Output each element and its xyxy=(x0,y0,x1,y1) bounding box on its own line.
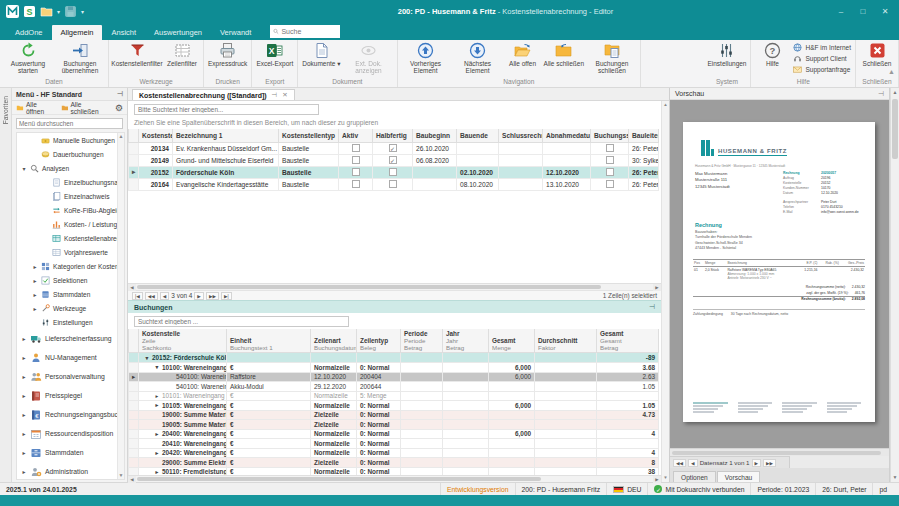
sidebar-item-dauerbuchungen[interactable]: Dauerbuchungen xyxy=(17,147,124,161)
first-record-icon[interactable]: ◀◀ xyxy=(673,459,686,467)
sidebar-item-selektionen[interactable]: ▸Selektionen xyxy=(17,273,124,287)
pin-icon[interactable]: ⊣ xyxy=(878,90,884,98)
checkbox-icon[interactable] xyxy=(606,168,614,176)
column-header-bauende[interactable]: Bauende xyxy=(457,129,499,142)
minimize-icon[interactable]: – xyxy=(831,3,851,19)
ribbon-button-schlie-en[interactable]: Schließen xyxy=(858,41,896,68)
checkbox-icon[interactable] xyxy=(389,168,397,176)
column-header-durchschnitt[interactable]: DurchschnittFaktor xyxy=(535,329,597,353)
checkbox-cell[interactable]: ✓ xyxy=(373,154,413,166)
buchungen-row[interactable]: ▸10105: Wareneingang - N...€Normalzeile0… xyxy=(129,401,659,411)
tab-vorschau[interactable]: Vorschau xyxy=(717,471,761,482)
chevron-right-icon[interactable]: ▸ xyxy=(154,393,160,399)
app-logo-icon[interactable] xyxy=(6,5,19,18)
vertical-scrollbar[interactable]: ▲▼ xyxy=(661,101,669,482)
ribbon-search-input[interactable] xyxy=(281,28,337,35)
sidebar-item-kategorien-der-kostenstellen[interactable]: ▸Kategorien der Kostenstellen xyxy=(17,259,124,273)
checkbox-icon[interactable] xyxy=(352,168,360,176)
ribbon-button-nächstes-element[interactable]: Nächstes Element xyxy=(452,41,504,76)
new-document-icon[interactable]: S xyxy=(23,5,36,18)
ribbon-collapse-icon[interactable]: ▲ xyxy=(888,68,895,75)
buchungen-row[interactable]: ▸20420: Wareneingang - El...€Normalzeile… xyxy=(129,448,659,458)
buchungen-search-input[interactable] xyxy=(138,318,345,325)
buchungen-row[interactable]: 540100: Wareneingang - ...Akku-Modul29.1… xyxy=(129,382,659,392)
sidebar-item-lieferscheinerfassung[interactable]: ▸Lieferscheinerfassung xyxy=(17,329,124,348)
buchungen-row[interactable]: ▸10101: Wareneingang - R...€Normalzeile5… xyxy=(129,391,659,401)
kostenstellen-search[interactable] xyxy=(134,104,319,115)
buchungen-row[interactable]: 19005: Summe Material (...€Zielzeile0: N… xyxy=(129,420,659,430)
chevron-right-icon[interactable]: ▸ xyxy=(154,450,160,456)
open-all-button[interactable]: Alle öffnen xyxy=(16,101,57,115)
ribbon-button-excel-export[interactable]: XExcel-Export xyxy=(254,41,295,68)
prev-group-icon[interactable]: ◀◀ xyxy=(145,292,158,300)
ribbon-button-kostenstellenfilter[interactable]: Kostenstellenfilter xyxy=(111,41,163,68)
ribbon-button-dokumente[interactable]: Dokumente ▾ xyxy=(300,41,342,68)
horizontal-scrollbar[interactable]: ◀▶ xyxy=(128,475,661,482)
close-all-button[interactable]: Alle schließen xyxy=(61,101,111,115)
last-page-icon[interactable]: ▶| xyxy=(221,292,232,300)
column-header-buchungssperre[interactable]: Buchungssperre xyxy=(591,129,629,142)
sidebar-item-rechnungseingangsbuch[interactable]: ▸€Rechnungseingangsbuch xyxy=(17,405,124,424)
sidebar-item-vorjahreswerte[interactable]: Vorjahreswerte xyxy=(17,245,124,259)
column-header-bauleiter[interactable]: Bauleiter xyxy=(629,129,659,142)
checkbox-cell[interactable] xyxy=(373,166,413,178)
sidebar-item-kore-fibu-abgleich[interactable]: KoRe-FiBu-Abgleich xyxy=(17,203,124,217)
checkbox-icon[interactable] xyxy=(389,180,397,188)
menu-tab-allgemein[interactable]: Allgemein xyxy=(52,25,103,40)
checkbox-icon[interactable] xyxy=(352,144,360,152)
last-record-icon[interactable]: ▶▶ xyxy=(763,459,776,467)
column-header-kostenstelle[interactable]: KostenstelleZeileSachkonto xyxy=(139,329,227,353)
menu-tab-auswertungen[interactable]: Auswertungen xyxy=(145,25,211,40)
table-row[interactable]: 20134Ev. Krankenhaus Düsseldorf Gm...Bau… xyxy=(129,142,659,154)
column-header-abnahmedatum[interactable]: Abnahmedatum xyxy=(543,129,591,142)
chevron-right-icon[interactable]: ▸ xyxy=(21,430,27,437)
next-record-icon[interactable]: ▶ xyxy=(752,459,762,467)
favorites-strip[interactable]: Favoriten xyxy=(0,88,12,482)
checkbox-cell[interactable] xyxy=(591,166,629,178)
sidebar-item-administration[interactable]: ▸Administration xyxy=(17,462,124,480)
sidebar-item-ressourcendisposition[interactable]: ▸Ressourcendisposition xyxy=(17,424,124,443)
sidebar-item-analysen[interactable]: ▾Analysen xyxy=(17,161,124,175)
checkbox-icon[interactable] xyxy=(606,144,614,152)
buchungen-row[interactable]: ▸50110: Fremdleistungen€Normalzeile0: No… xyxy=(129,467,659,475)
column-header-schlussrechnungsdatum[interactable]: Schlussrechnungsdatum xyxy=(499,129,543,142)
chevron-right-icon[interactable]: ▸ xyxy=(32,291,38,298)
ribbon-button-alle-offen[interactable]: Alle offen xyxy=(504,41,542,68)
checkbox-cell[interactable] xyxy=(339,166,373,178)
chevron-down-icon[interactable]: ▾ xyxy=(154,364,160,370)
next-group-icon[interactable]: ▶▶ xyxy=(206,292,219,300)
chevron-right-icon[interactable]: ▸ xyxy=(32,277,38,284)
checkbox-icon[interactable] xyxy=(352,156,360,164)
column-header-bezeichnung-1[interactable]: Bezeichnung 1 xyxy=(173,129,279,142)
tab-optionen[interactable]: Optionen xyxy=(673,471,716,482)
save-dropdown-icon[interactable]: ▾ xyxy=(81,8,84,15)
save-icon[interactable] xyxy=(64,5,77,18)
chevron-right-icon[interactable]: ▸ xyxy=(21,335,27,342)
sidebar-item-kostenstellenabrechnung[interactable]: Kostenstellenabrechnung xyxy=(17,231,124,245)
ribbon-link-supportanfrage[interactable]: Supportanfrage xyxy=(793,64,851,75)
chevron-right-icon[interactable]: ▸ xyxy=(32,305,38,312)
sidebar-item-einstellungen[interactable]: Einstellungen xyxy=(17,315,124,329)
ribbon-link-support-client[interactable]: Support Client xyxy=(793,53,851,64)
open-folder-icon[interactable] xyxy=(40,5,53,18)
ribbon-button-buchungen-übernehmen[interactable]: Buchungen übernehmen xyxy=(54,41,106,76)
prev-page-icon[interactable]: ◀ xyxy=(160,292,170,300)
checkbox-cell[interactable] xyxy=(339,178,373,190)
maximize-icon[interactable]: □ xyxy=(853,3,873,19)
checkbox-cell[interactable] xyxy=(591,154,629,166)
buchungen-row[interactable]: ▾20152: Förderschule Köln-89 xyxy=(129,353,659,363)
chevron-right-icon[interactable]: ▸ xyxy=(154,431,160,437)
checkbox-icon[interactable] xyxy=(606,180,614,188)
chevron-down-icon[interactable]: ▾ xyxy=(144,355,150,361)
kostenstellen-search-input[interactable] xyxy=(138,106,315,113)
checkbox-icon[interactable] xyxy=(606,156,614,164)
table-row[interactable]: 20149Grund- und Mittelschule EiserfeldBa… xyxy=(129,154,659,166)
column-header-kostenstelle[interactable]: Kostenstelle xyxy=(139,129,173,142)
ribbon-button-zeilenfilter[interactable]: Zeilenfilter xyxy=(163,41,201,68)
column-header-halbfertig[interactable]: Halbfertig xyxy=(373,129,413,142)
table-row[interactable]: 20164Evangelische KindertagesstätteBaust… xyxy=(129,178,659,190)
prev-record-icon[interactable]: ◀ xyxy=(688,459,698,467)
ribbon-button-hilfe[interactable]: ?Hilfe xyxy=(753,41,791,68)
chevron-right-icon[interactable]: ▸ xyxy=(21,449,27,456)
close-tab-icon[interactable]: ✕ xyxy=(282,91,287,99)
